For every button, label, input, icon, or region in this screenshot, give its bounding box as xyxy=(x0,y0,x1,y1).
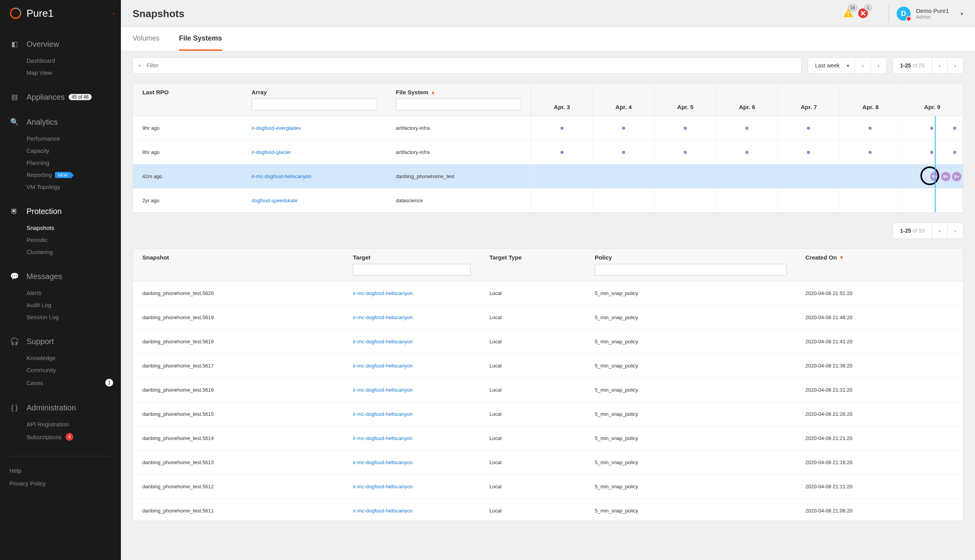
target-link[interactable]: ir-mc-dogfood-hellscanyon xyxy=(353,484,413,489)
cases-badge: 1 xyxy=(105,379,113,387)
snapshot-dot-icon xyxy=(807,127,810,130)
nav-item-subs[interactable]: Subscriptions 4 xyxy=(27,430,121,443)
array-link[interactable]: ir-dogfood-glacier xyxy=(252,149,291,155)
snapshot-row[interactable]: danbing_phonehome_test.5614ir-mc-dogfood… xyxy=(133,426,963,450)
nav-appliances[interactable]: ▤ Appliances 45 of 46 xyxy=(0,88,121,106)
pager-range: 1-25 xyxy=(900,62,911,69)
snapshot-row[interactable]: danbing_phonehome_test.5620ir-mc-dogfood… xyxy=(133,281,963,306)
alert-warning-icon[interactable]: 18 xyxy=(842,7,854,20)
nav-messages[interactable]: 💬 Messages xyxy=(0,267,121,285)
messages-icon: 💬 xyxy=(9,271,20,281)
sidebar: Pure1 ‹ ◧ Overview Dashboard Map View ▤ … xyxy=(0,0,121,560)
filter-input[interactable]: ▾ xyxy=(133,57,801,74)
tab-volumes[interactable]: Volumes xyxy=(133,27,160,51)
pager-prev-button[interactable]: ‹ xyxy=(932,223,947,239)
snapshot-row[interactable]: danbing_phonehome_test.5616ir-mc-dogfood… xyxy=(133,378,963,402)
nav-admin[interactable]: { } Administration xyxy=(0,399,121,417)
col-target-header[interactable]: Target xyxy=(353,254,471,261)
snapshot-row[interactable]: danbing_phonehome_test.5618ir-mc-dogfood… xyxy=(133,330,963,354)
nav-item-community[interactable]: Community xyxy=(27,364,121,376)
nav-item-reporting[interactable]: Reporting NEW xyxy=(27,169,121,181)
range-selector[interactable]: Last week ▾ ‹ › xyxy=(808,57,886,74)
target-link[interactable]: ir-mc-dogfood-hellscanyon xyxy=(353,290,413,296)
target-link[interactable]: ir-mc-dogfood-hellscanyon xyxy=(353,435,413,441)
nav-privacy[interactable]: Privacy Policy xyxy=(9,477,112,490)
cell-targettype: Local xyxy=(480,508,585,514)
col-targettype-header[interactable]: Target Type xyxy=(489,254,576,261)
cell-snapshot: danbing_phonehome_test.5616 xyxy=(133,387,344,393)
snapshot-row[interactable]: danbing_phonehome_test.5619ir-mc-dogfood… xyxy=(133,306,963,330)
col-array-header[interactable]: Array xyxy=(252,89,377,95)
snapshot-row[interactable]: danbing_phonehome_test.5617ir-mc-dogfood… xyxy=(133,354,963,378)
nav-item-alerts[interactable]: Alerts xyxy=(27,287,121,299)
target-link[interactable]: ir-mc-dogfood-hellscanyon xyxy=(353,508,413,514)
col-snapshot-header[interactable]: Snapshot xyxy=(142,254,334,261)
nav-item-planning[interactable]: Planning xyxy=(27,157,121,169)
target-link[interactable]: ir-mc-dogfood-hellscanyon xyxy=(353,411,413,417)
nav-analytics[interactable]: 🔍 Analytics xyxy=(0,113,121,131)
timeline-row[interactable]: 9hr agoir-dogfood-evergladesartifactory-… xyxy=(133,116,963,140)
array-link[interactable]: ir-mc-dogfood-hellscanyon xyxy=(252,173,311,179)
filter-field[interactable] xyxy=(147,62,796,69)
nav-protection[interactable]: ⛨ Protection xyxy=(0,202,121,220)
nav-item-capacity[interactable]: Capacity xyxy=(27,145,121,157)
nav-item-vmtopology[interactable]: VM Topology xyxy=(27,181,121,193)
nav-appliances-label: Appliances xyxy=(27,93,65,102)
timeline-row[interactable]: 42m agoir-mc-dogfood-hellscanyondanbing_… xyxy=(133,164,963,189)
nav-item-mapview[interactable]: Map View xyxy=(27,67,121,79)
snapshot-row[interactable]: danbing_phonehome_test.5612ir-mc-dogfood… xyxy=(133,475,963,499)
timeline-body: 9hr agoir-dogfood-evergladesartifactory-… xyxy=(133,116,963,213)
timeline-row[interactable]: 2yr agodogfood-speedskatedatascience xyxy=(133,189,963,213)
cell-rpo: 42m ago xyxy=(133,164,242,188)
nav-item-knowledge[interactable]: Knowledge xyxy=(27,352,121,364)
tab-filesystems[interactable]: File Systems xyxy=(179,27,222,51)
nav-item-auditlog[interactable]: Audit Log xyxy=(27,299,121,311)
array-link[interactable]: dogfood-speedskate xyxy=(252,198,298,203)
pager-text: 1-25 of 25 xyxy=(893,62,932,69)
overview-icon: ◧ xyxy=(9,39,20,49)
timeline-date-header: Apr. 4 xyxy=(593,83,654,116)
nav-item-subs-label: Subscriptions xyxy=(27,434,62,440)
policy-filter-input[interactable] xyxy=(595,264,787,276)
snapshot-row[interactable]: danbing_phonehome_test.5615ir-mc-dogfood… xyxy=(133,402,963,426)
fs-filter-input[interactable] xyxy=(396,99,521,110)
target-link[interactable]: ir-mc-dogfood-hellscanyon xyxy=(353,387,413,393)
array-filter-input[interactable] xyxy=(252,99,377,110)
nav-support[interactable]: 🎧 Support xyxy=(0,332,121,350)
alert-warning-count: 18 xyxy=(848,4,857,11)
snapshot-row[interactable]: danbing_phonehome_test.5611ir-mc-dogfood… xyxy=(133,499,963,521)
target-link[interactable]: ir-mc-dogfood-hellscanyon xyxy=(353,339,413,344)
col-policy-header[interactable]: Policy xyxy=(595,254,787,261)
target-link[interactable]: ir-mc-dogfood-hellscanyon xyxy=(353,459,413,465)
range-prev-button[interactable]: ‹ xyxy=(855,57,870,74)
timeline-row[interactable]: 8hr agoir-dogfood-glacierartifactory-inf… xyxy=(133,140,963,164)
nav-help[interactable]: Help xyxy=(9,464,112,477)
alert-error-icon[interactable]: 1 xyxy=(857,7,869,20)
range-next-button[interactable]: › xyxy=(870,57,886,74)
array-link[interactable]: ir-dogfood-everglades xyxy=(252,125,301,131)
brand[interactable]: Pure1 ‹ xyxy=(0,0,121,26)
user-menu[interactable]: D Demo Pure1 Admin ▾ xyxy=(897,7,963,21)
nav-item-cases[interactable]: Cases 1 xyxy=(27,376,121,389)
nav-item-snapshots[interactable]: Snapshots xyxy=(27,222,121,234)
cell-created: 2020-04-08 21:46:20 xyxy=(796,314,963,320)
pager-next-button[interactable]: › xyxy=(947,223,963,239)
nav-item-sessionlog[interactable]: Session Log xyxy=(27,311,121,323)
nav-item-performance[interactable]: Performance xyxy=(27,132,121,145)
target-filter-input[interactable] xyxy=(353,264,471,276)
target-link[interactable]: ir-mc-dogfood-hellscanyon xyxy=(353,314,413,320)
target-link[interactable]: ir-mc-dogfood-hellscanyon xyxy=(353,363,413,369)
nav-item-clustering[interactable]: Clustering xyxy=(27,246,121,258)
nav-item-api[interactable]: API Registration xyxy=(27,418,121,430)
nav-overview[interactable]: ◧ Overview xyxy=(0,35,121,53)
nav-item-dashboard[interactable]: Dashboard xyxy=(27,55,121,67)
collapse-sidebar-icon[interactable]: ‹ xyxy=(113,10,115,16)
pager-next-button[interactable]: › xyxy=(947,57,963,74)
col-fs-header[interactable]: File System ▲ xyxy=(396,89,521,95)
nav-item-periodic[interactable]: Periodic xyxy=(27,234,121,246)
snapshot-row[interactable]: danbing_phonehome_test.5613ir-mc-dogfood… xyxy=(133,450,963,475)
pager-prev-button[interactable]: ‹ xyxy=(932,57,947,74)
cell-target: ir-mc-dogfood-hellscanyon xyxy=(344,411,480,417)
col-rpo-header[interactable]: Last RPO xyxy=(142,89,233,95)
col-created-header[interactable]: Created On ▼ xyxy=(805,254,954,261)
